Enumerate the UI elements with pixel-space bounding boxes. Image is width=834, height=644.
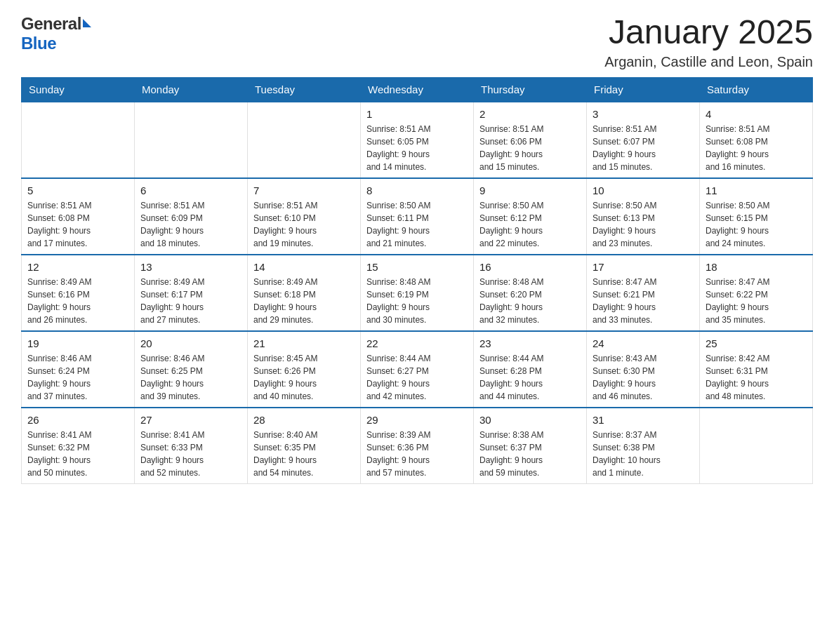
calendar-cell: 4Sunrise: 8:51 AMSunset: 6:08 PMDaylight… — [700, 102, 813, 178]
day-number: 9 — [479, 183, 581, 198]
calendar-week-row: 12Sunrise: 8:49 AMSunset: 6:16 PMDayligh… — [22, 255, 813, 331]
day-info: Sunrise: 8:50 AMSunset: 6:15 PMDaylight:… — [706, 199, 807, 250]
calendar-week-row: 19Sunrise: 8:46 AMSunset: 6:24 PMDayligh… — [22, 331, 813, 408]
day-number: 17 — [593, 260, 694, 274]
calendar-cell: 22Sunrise: 8:44 AMSunset: 6:27 PMDayligh… — [361, 331, 474, 408]
day-number: 31 — [593, 412, 694, 427]
calendar-cell: 29Sunrise: 8:39 AMSunset: 6:36 PMDayligh… — [361, 408, 474, 484]
calendar-cell: 24Sunrise: 8:43 AMSunset: 6:30 PMDayligh… — [587, 331, 700, 408]
calendar-cell: 18Sunrise: 8:47 AMSunset: 6:22 PMDayligh… — [700, 255, 813, 331]
calendar-week-row: 1Sunrise: 8:51 AMSunset: 6:05 PMDaylight… — [22, 102, 813, 178]
calendar-cell: 26Sunrise: 8:41 AMSunset: 6:32 PMDayligh… — [22, 408, 135, 484]
calendar-week-row: 5Sunrise: 8:51 AMSunset: 6:08 PMDaylight… — [22, 178, 813, 255]
calendar-cell: 12Sunrise: 8:49 AMSunset: 6:16 PMDayligh… — [22, 255, 135, 331]
page-header: General Blue January 2025 Arganin, Casti… — [21, 14, 813, 70]
calendar-cell: 1Sunrise: 8:51 AMSunset: 6:05 PMDaylight… — [361, 102, 474, 178]
day-info: Sunrise: 8:49 AMSunset: 6:16 PMDaylight:… — [27, 276, 128, 326]
day-info: Sunrise: 8:51 AMSunset: 6:06 PMDaylight:… — [479, 123, 581, 173]
calendar-header: SundayMondayTuesdayWednesdayThursdayFrid… — [22, 77, 813, 102]
day-number: 20 — [140, 336, 241, 351]
calendar-cell: 8Sunrise: 8:50 AMSunset: 6:11 PMDaylight… — [361, 178, 474, 255]
calendar-cell: 5Sunrise: 8:51 AMSunset: 6:08 PMDaylight… — [22, 178, 135, 255]
day-info: Sunrise: 8:46 AMSunset: 6:24 PMDaylight:… — [27, 352, 128, 403]
day-of-week-header: Tuesday — [248, 77, 361, 102]
calendar-title: January 2025 — [604, 14, 813, 51]
day-number: 27 — [140, 412, 241, 427]
day-number: 14 — [253, 260, 355, 274]
day-info: Sunrise: 8:41 AMSunset: 6:33 PMDaylight:… — [140, 429, 241, 479]
calendar-cell: 17Sunrise: 8:47 AMSunset: 6:21 PMDayligh… — [587, 255, 700, 331]
day-number: 13 — [140, 260, 241, 274]
day-number: 21 — [253, 336, 355, 351]
logo-triangle-icon — [83, 19, 91, 27]
calendar-cell: 6Sunrise: 8:51 AMSunset: 6:09 PMDaylight… — [135, 178, 248, 255]
calendar-cell: 25Sunrise: 8:42 AMSunset: 6:31 PMDayligh… — [700, 331, 813, 408]
calendar-cell: 31Sunrise: 8:37 AMSunset: 6:38 PMDayligh… — [587, 408, 700, 484]
day-number: 3 — [593, 107, 694, 121]
day-number: 25 — [706, 336, 807, 351]
calendar-cell: 7Sunrise: 8:51 AMSunset: 6:10 PMDaylight… — [248, 178, 361, 255]
day-info: Sunrise: 8:49 AMSunset: 6:18 PMDaylight:… — [253, 276, 355, 326]
day-number: 2 — [479, 107, 581, 121]
calendar-cell — [248, 102, 361, 178]
calendar-cell: 11Sunrise: 8:50 AMSunset: 6:15 PMDayligh… — [700, 178, 813, 255]
day-number: 24 — [593, 336, 694, 351]
day-info: Sunrise: 8:44 AMSunset: 6:27 PMDaylight:… — [366, 352, 468, 403]
day-info: Sunrise: 8:51 AMSunset: 6:08 PMDaylight:… — [27, 199, 128, 250]
day-of-week-header: Wednesday — [361, 77, 474, 102]
calendar-week-row: 26Sunrise: 8:41 AMSunset: 6:32 PMDayligh… — [22, 408, 813, 484]
calendar-cell: 23Sunrise: 8:44 AMSunset: 6:28 PMDayligh… — [474, 331, 587, 408]
day-number: 26 — [27, 412, 128, 427]
logo: General Blue — [21, 14, 91, 53]
calendar-cell: 9Sunrise: 8:50 AMSunset: 6:12 PMDaylight… — [474, 178, 587, 255]
day-info: Sunrise: 8:50 AMSunset: 6:11 PMDaylight:… — [366, 199, 468, 250]
day-info: Sunrise: 8:51 AMSunset: 6:09 PMDaylight:… — [140, 199, 241, 250]
calendar-cell: 14Sunrise: 8:49 AMSunset: 6:18 PMDayligh… — [248, 255, 361, 331]
calendar-body: 1Sunrise: 8:51 AMSunset: 6:05 PMDaylight… — [22, 102, 813, 484]
calendar-cell: 19Sunrise: 8:46 AMSunset: 6:24 PMDayligh… — [22, 331, 135, 408]
day-info: Sunrise: 8:50 AMSunset: 6:13 PMDaylight:… — [593, 199, 694, 250]
day-of-week-header: Saturday — [700, 77, 813, 102]
calendar-cell: 13Sunrise: 8:49 AMSunset: 6:17 PMDayligh… — [135, 255, 248, 331]
calendar-cell: 10Sunrise: 8:50 AMSunset: 6:13 PMDayligh… — [587, 178, 700, 255]
day-info: Sunrise: 8:51 AMSunset: 6:10 PMDaylight:… — [253, 199, 355, 250]
day-info: Sunrise: 8:50 AMSunset: 6:12 PMDaylight:… — [479, 199, 581, 250]
day-of-week-header: Thursday — [474, 77, 587, 102]
day-info: Sunrise: 8:44 AMSunset: 6:28 PMDaylight:… — [479, 352, 581, 403]
day-of-week-header: Sunday — [22, 77, 135, 102]
day-number: 23 — [479, 336, 581, 351]
calendar-cell — [22, 102, 135, 178]
day-info: Sunrise: 8:48 AMSunset: 6:19 PMDaylight:… — [366, 276, 468, 326]
day-number: 1 — [366, 107, 468, 121]
day-info: Sunrise: 8:51 AMSunset: 6:07 PMDaylight:… — [593, 123, 694, 173]
day-info: Sunrise: 8:38 AMSunset: 6:37 PMDaylight:… — [479, 429, 581, 479]
day-info: Sunrise: 8:51 AMSunset: 6:08 PMDaylight:… — [706, 123, 807, 173]
day-number: 19 — [27, 336, 128, 351]
day-of-week-header: Friday — [587, 77, 700, 102]
logo-blue: Blue — [21, 34, 56, 53]
calendar-cell: 27Sunrise: 8:41 AMSunset: 6:33 PMDayligh… — [135, 408, 248, 484]
calendar-cell: 28Sunrise: 8:40 AMSunset: 6:35 PMDayligh… — [248, 408, 361, 484]
day-number: 12 — [27, 260, 128, 274]
day-number: 10 — [593, 183, 694, 198]
calendar-cell: 2Sunrise: 8:51 AMSunset: 6:06 PMDaylight… — [474, 102, 587, 178]
day-number: 5 — [27, 183, 128, 198]
day-number: 7 — [253, 183, 355, 198]
day-info: Sunrise: 8:46 AMSunset: 6:25 PMDaylight:… — [140, 352, 241, 403]
calendar-cell: 20Sunrise: 8:46 AMSunset: 6:25 PMDayligh… — [135, 331, 248, 408]
day-info: Sunrise: 8:41 AMSunset: 6:32 PMDaylight:… — [27, 429, 128, 479]
day-info: Sunrise: 8:47 AMSunset: 6:21 PMDaylight:… — [593, 276, 694, 326]
day-number: 22 — [366, 336, 468, 351]
day-info: Sunrise: 8:43 AMSunset: 6:30 PMDaylight:… — [593, 352, 694, 403]
day-number: 6 — [140, 183, 241, 198]
calendar-table: SundayMondayTuesdayWednesdayThursdayFrid… — [21, 77, 813, 484]
day-info: Sunrise: 8:49 AMSunset: 6:17 PMDaylight:… — [140, 276, 241, 326]
calendar-cell — [700, 408, 813, 484]
day-number: 18 — [706, 260, 807, 274]
day-number: 29 — [366, 412, 468, 427]
day-info: Sunrise: 8:42 AMSunset: 6:31 PMDaylight:… — [706, 352, 807, 403]
day-number: 30 — [479, 412, 581, 427]
calendar-cell: 16Sunrise: 8:48 AMSunset: 6:20 PMDayligh… — [474, 255, 587, 331]
days-of-week-row: SundayMondayTuesdayWednesdayThursdayFrid… — [22, 77, 813, 102]
logo-general: General — [21, 14, 81, 34]
